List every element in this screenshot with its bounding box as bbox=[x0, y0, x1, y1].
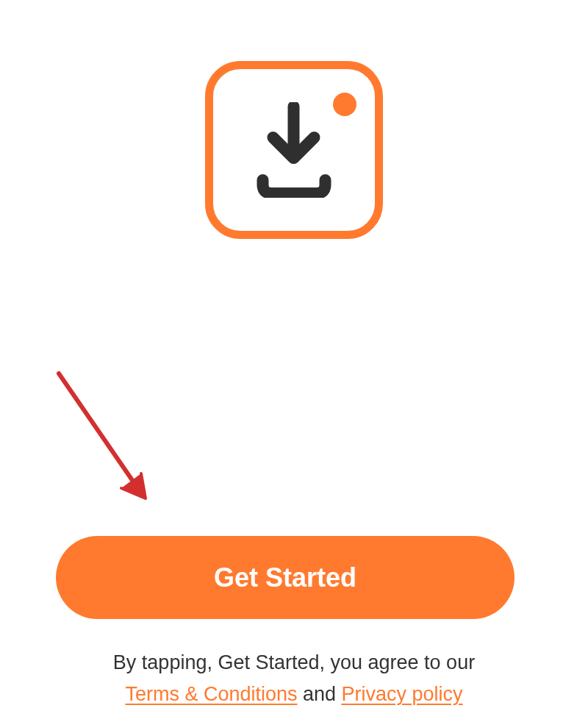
app-logo-inner bbox=[213, 69, 375, 231]
get-started-button[interactable]: Get Started bbox=[56, 536, 514, 619]
download-icon bbox=[256, 102, 333, 198]
agreement-text: By tapping, Get Started, you agree to ou… bbox=[0, 647, 588, 708]
privacy-link[interactable]: Privacy policy bbox=[342, 683, 463, 705]
svg-line-1 bbox=[59, 373, 143, 496]
agreement-and: and bbox=[297, 683, 341, 705]
app-logo bbox=[205, 61, 383, 239]
notification-dot-icon bbox=[333, 93, 356, 116]
annotation-arrow-icon bbox=[51, 368, 169, 515]
terms-link[interactable]: Terms & Conditions bbox=[125, 683, 297, 705]
agreement-prefix: By tapping, Get Started, you agree to ou… bbox=[113, 651, 475, 673]
